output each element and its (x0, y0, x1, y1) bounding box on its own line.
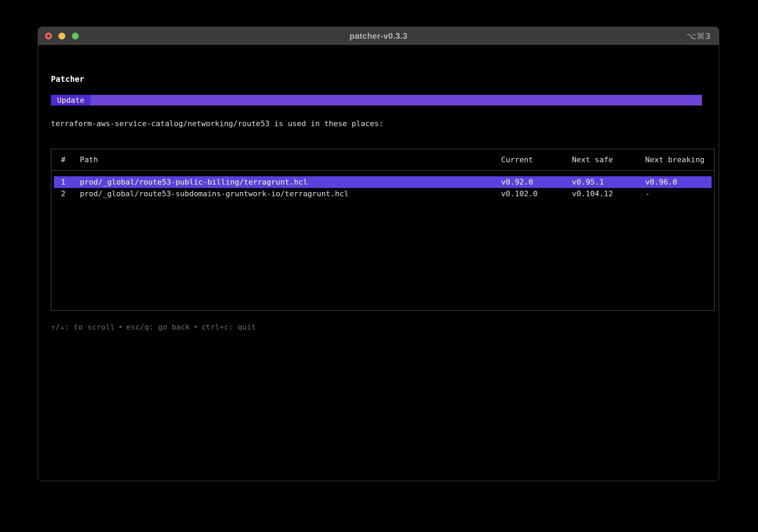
unsaved-dot-icon (47, 35, 50, 37)
row-number: 2 (61, 188, 80, 200)
traffic-lights (45, 27, 79, 45)
column-header-path: Path (80, 154, 501, 166)
row-path: prod/_global/route53-public-billing/terr… (80, 176, 501, 188)
row-current-version: v0.92.0 (501, 176, 572, 188)
terminal-content: Patcher Update terraform-aws-service-cat… (38, 73, 719, 333)
hint-scroll: ↑/↓: to scroll (51, 323, 115, 331)
row-next-breaking-version: - (645, 188, 712, 200)
zoom-button-icon[interactable] (72, 33, 79, 40)
column-header-next-breaking: Next breaking (645, 154, 714, 166)
row-next-safe-version: v0.104.12 (572, 188, 645, 200)
column-header-next-safe: Next safe (572, 154, 645, 166)
hint-quit: ctrl+c: quit (201, 323, 256, 331)
row-next-breaking-version: v0.96.0 (645, 176, 712, 188)
tab-bar: Update (51, 95, 702, 106)
minimize-button-icon[interactable] (58, 33, 65, 40)
close-button-icon[interactable] (45, 33, 52, 40)
row-number: 1 (61, 176, 80, 188)
tab-update[interactable]: Update (51, 95, 90, 106)
table-header-row: # Path Current Next safe Next breaking (51, 154, 714, 166)
usage-table: # Path Current Next safe Next breaking 1… (51, 149, 715, 311)
table-body: 1 prod/_global/route53-public-billing/te… (51, 176, 714, 200)
window-title: patcher-v0.3.3 (349, 31, 407, 41)
row-current-version: v0.102.0 (501, 188, 572, 200)
header-separator (51, 170, 714, 171)
table-row[interactable]: 1 prod/_global/route53-public-billing/te… (54, 176, 712, 188)
keyboard-hints: ↑/↓: to scroll•esc/q: go back•ctrl+c: qu… (51, 321, 706, 333)
table-row[interactable]: 2 prod/_global/route53-subdomains-gruntw… (54, 188, 712, 200)
page-title: Patcher (51, 73, 706, 85)
column-header-current: Current (501, 154, 572, 166)
window-shortcut-badge: ⌥⌘3 (686, 27, 711, 45)
hint-separator: • (118, 323, 122, 331)
column-header-num: # (61, 154, 80, 166)
row-next-safe-version: v0.95.1 (572, 176, 645, 188)
window-titlebar: patcher-v0.3.3 ⌥⌘3 (38, 27, 719, 45)
hint-go-back: esc/q: go back (126, 323, 190, 331)
row-path: prod/_global/route53-subdomains-gruntwor… (80, 188, 501, 200)
hint-separator: • (193, 323, 198, 331)
usage-description: terraform-aws-service-catalog/networking… (51, 118, 706, 130)
terminal-window: patcher-v0.3.3 ⌥⌘3 Patcher Update terraf… (38, 27, 719, 481)
